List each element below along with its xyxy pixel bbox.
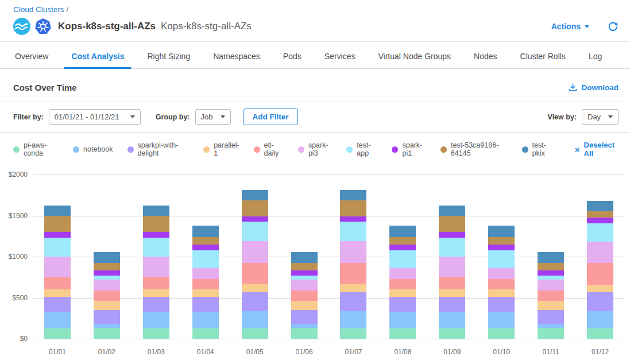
- bar-segment-etl-daily[interactable]: [587, 263, 613, 284]
- bar-segment-test-pkix[interactable]: [143, 206, 169, 216]
- bar-segment-test-app[interactable]: [439, 238, 465, 257]
- bar-segment-pi-aws-conda[interactable]: [242, 328, 268, 339]
- legend-item-test-pkix[interactable]: test-pkix: [522, 141, 554, 157]
- bar-segment-spark-pi1[interactable]: [192, 245, 219, 251]
- bar-segment-test-pkix[interactable]: [291, 252, 318, 263]
- bar-segment-etl-daily[interactable]: [488, 279, 515, 289]
- bar-segment-sparkpi-with-delight[interactable]: [192, 297, 219, 312]
- bar-segment-test-53ca9186-64145[interactable]: [389, 237, 416, 245]
- tab-overview[interactable]: Overview: [13, 42, 50, 68]
- bar-segment-test-app[interactable]: [143, 238, 169, 257]
- bar-segment-test-pkix[interactable]: [488, 226, 515, 237]
- legend-item-spark-pi3[interactable]: spark-pi3: [298, 141, 332, 157]
- bar-segment-test-53ca9186-64145[interactable]: [439, 216, 465, 232]
- bar-segment-sparkpi-with-delight[interactable]: [291, 310, 318, 324]
- bar-segment-etl-daily[interactable]: [94, 291, 120, 301]
- bar-segment-pi-aws-conda[interactable]: [291, 328, 318, 339]
- bar-segment-parallel-1[interactable]: [192, 289, 219, 297]
- bar-segment-test-53ca9186-64145[interactable]: [538, 263, 564, 270]
- legend-item-test-53ca9186-64145[interactable]: test-53ca9186-64145: [440, 141, 508, 157]
- tab-cost-analysis[interactable]: Cost Analysis: [69, 42, 126, 68]
- tab-pods[interactable]: Pods: [281, 42, 303, 68]
- bar-segment-pi-aws-conda[interactable]: [143, 328, 169, 339]
- bar-segment-sparkpi-with-delight[interactable]: [143, 297, 169, 312]
- refresh-button[interactable]: [608, 21, 619, 32]
- bar-segment-etl-daily[interactable]: [538, 291, 564, 301]
- legend-item-test-app[interactable]: test-app: [346, 141, 377, 157]
- bar-segment-sparkpi-with-delight[interactable]: [389, 297, 416, 312]
- bar-segment-notebook[interactable]: [439, 312, 465, 328]
- bar-segment-spark-pi3[interactable]: [291, 280, 318, 291]
- bar-segment-test-app[interactable]: [340, 222, 366, 241]
- bar-segment-sparkpi-with-delight[interactable]: [94, 310, 120, 324]
- bar-segment-etl-daily[interactable]: [389, 279, 416, 289]
- bar-segment-pi-aws-conda[interactable]: [587, 328, 613, 339]
- bar-segment-test-pkix[interactable]: [192, 226, 219, 237]
- bar-segment-notebook[interactable]: [242, 311, 268, 328]
- legend-item-spark-pi1[interactable]: spark-pi1: [392, 141, 426, 157]
- bar-segment-test-app[interactable]: [94, 276, 120, 280]
- bar-segment-spark-pi1[interactable]: [94, 270, 120, 276]
- bar-segment-pi-aws-conda[interactable]: [94, 328, 120, 339]
- bar-segment-pi-aws-conda[interactable]: [439, 328, 465, 339]
- add-filter-button[interactable]: Add Filter: [244, 109, 298, 125]
- bar-segment-test-app[interactable]: [538, 276, 564, 280]
- bar-segment-sparkpi-with-delight[interactable]: [488, 297, 515, 312]
- bar-segment-parallel-1[interactable]: [143, 289, 169, 297]
- bar-segment-spark-pi3[interactable]: [192, 268, 219, 279]
- bar-segment-etl-daily[interactable]: [242, 263, 268, 284]
- bar-segment-etl-daily[interactable]: [291, 291, 318, 301]
- bar-segment-test-53ca9186-64145[interactable]: [242, 200, 268, 216]
- tab-namespaces[interactable]: Namespaces: [211, 42, 262, 68]
- legend-item-notebook[interactable]: notebook: [73, 145, 113, 153]
- bar-segment-test-53ca9186-64145[interactable]: [44, 216, 71, 232]
- bar-segment-sparkpi-with-delight[interactable]: [242, 292, 268, 312]
- bar-segment-parallel-1[interactable]: [340, 284, 366, 292]
- bar-segment-test-app[interactable]: [242, 222, 268, 241]
- tab-services[interactable]: Services: [323, 42, 357, 68]
- bar-segment-test-app[interactable]: [389, 250, 416, 268]
- bar-segment-notebook[interactable]: [488, 312, 515, 328]
- bar-segment-test-pkix[interactable]: [439, 206, 465, 216]
- bar-segment-test-53ca9186-64145[interactable]: [291, 263, 318, 270]
- bar-segment-etl-daily[interactable]: [439, 277, 465, 289]
- bar-segment-pi-aws-conda[interactable]: [192, 328, 219, 339]
- bar-segment-parallel-1[interactable]: [94, 301, 120, 310]
- deselect-all-button[interactable]: ×Deselect All: [575, 141, 619, 158]
- bar-segment-test-app[interactable]: [291, 276, 318, 280]
- bar-segment-test-53ca9186-64145[interactable]: [94, 263, 120, 270]
- bar-segment-pi-aws-conda[interactable]: [389, 328, 416, 339]
- bar-segment-test-pkix[interactable]: [94, 252, 120, 263]
- bar-segment-etl-daily[interactable]: [192, 279, 219, 289]
- tab-log[interactable]: Log: [587, 42, 604, 68]
- bar-segment-pi-aws-conda[interactable]: [488, 328, 515, 339]
- bar-segment-parallel-1[interactable]: [439, 289, 465, 297]
- bar-segment-parallel-1[interactable]: [488, 289, 515, 297]
- bar-segment-etl-daily[interactable]: [44, 277, 71, 289]
- bar-segment-sparkpi-with-delight[interactable]: [587, 292, 613, 312]
- group-by-select[interactable]: Job: [195, 109, 231, 125]
- bar-segment-test-pkix[interactable]: [242, 190, 268, 201]
- bar-segment-parallel-1[interactable]: [587, 285, 613, 292]
- bar-segment-spark-pi3[interactable]: [488, 268, 515, 279]
- bar-segment-spark-pi1[interactable]: [291, 270, 318, 276]
- bar-segment-parallel-1[interactable]: [538, 301, 564, 310]
- bar-segment-test-pkix[interactable]: [538, 252, 564, 263]
- bar-segment-sparkpi-with-delight[interactable]: [538, 310, 564, 324]
- bar-segment-notebook[interactable]: [340, 311, 366, 328]
- bar-segment-etl-daily[interactable]: [143, 277, 169, 289]
- legend-item-etl-daily[interactable]: etl-daily: [254, 141, 284, 157]
- bar-segment-pi-aws-conda[interactable]: [538, 328, 564, 339]
- bar-segment-test-pkix[interactable]: [44, 206, 71, 216]
- bar-segment-spark-pi3[interactable]: [44, 257, 71, 277]
- bar-segment-spark-pi3[interactable]: [587, 242, 613, 264]
- bar-segment-parallel-1[interactable]: [44, 289, 71, 297]
- tab-nodes[interactable]: Nodes: [472, 42, 498, 68]
- bar-segment-test-pkix[interactable]: [587, 201, 613, 212]
- bar-segment-spark-pi1[interactable]: [538, 270, 564, 276]
- bar-segment-spark-pi1[interactable]: [44, 232, 71, 238]
- bar-segment-parallel-1[interactable]: [242, 284, 268, 292]
- bar-segment-spark-pi3[interactable]: [439, 257, 465, 277]
- tab-right-sizing[interactable]: Right Sizing: [145, 42, 192, 68]
- bar-segment-test-53ca9186-64145[interactable]: [587, 211, 613, 218]
